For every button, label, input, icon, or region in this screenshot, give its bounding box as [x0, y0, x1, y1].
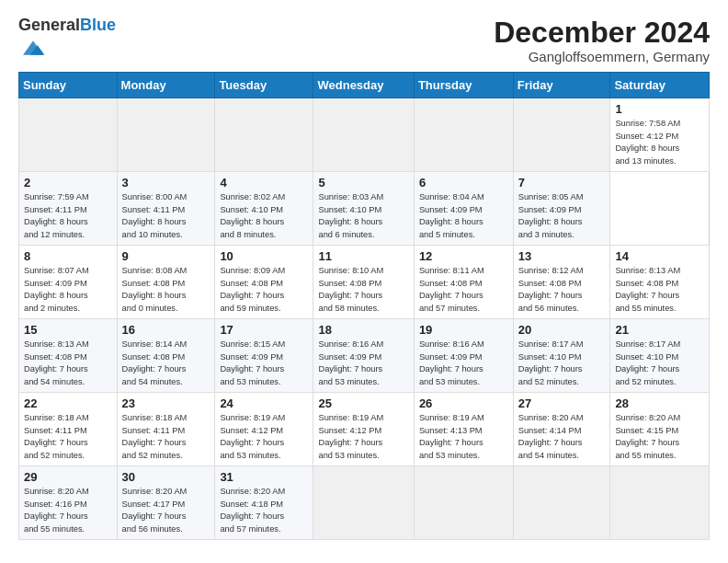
calendar-cell: 23Sunrise: 8:18 AM Sunset: 4:11 PM Dayli… — [117, 393, 215, 466]
calendar-cell: 21Sunrise: 8:17 AM Sunset: 4:10 PM Dayli… — [610, 319, 710, 393]
cell-info: Sunrise: 8:17 AM Sunset: 4:10 PM Dayligh… — [615, 339, 705, 388]
dow-monday: Monday — [117, 73, 215, 98]
calendar-cell: 26Sunrise: 8:19 AM Sunset: 4:13 PM Dayli… — [414, 393, 513, 466]
day-number: 9 — [122, 249, 211, 263]
cell-info: Sunrise: 8:07 AM Sunset: 4:09 PM Dayligh… — [24, 265, 113, 315]
calendar-week-4: 15Sunrise: 8:13 AM Sunset: 4:08 PM Dayli… — [19, 319, 710, 393]
cell-info: Sunrise: 8:17 AM Sunset: 4:10 PM Dayligh… — [518, 339, 607, 388]
cell-info: Sunrise: 8:18 AM Sunset: 4:11 PM Dayligh… — [122, 412, 211, 462]
calendar-cell: 7Sunrise: 8:05 AM Sunset: 4:09 PM Daylig… — [513, 172, 610, 246]
day-number: 8 — [24, 249, 113, 263]
day-number: 17 — [220, 323, 309, 337]
day-number: 29 — [24, 470, 113, 484]
cell-info: Sunrise: 8:20 AM Sunset: 4:17 PM Dayligh… — [122, 486, 211, 535]
day-number: 10 — [220, 249, 309, 263]
calendar-cell: 24Sunrise: 8:19 AM Sunset: 4:12 PM Dayli… — [215, 393, 313, 466]
calendar-cell: 22Sunrise: 8:18 AM Sunset: 4:11 PM Dayli… — [19, 393, 118, 466]
cell-info: Sunrise: 8:03 AM Sunset: 4:10 PM Dayligh… — [318, 191, 409, 241]
calendar-cell: 18Sunrise: 8:16 AM Sunset: 4:09 PM Dayli… — [313, 319, 414, 393]
dow-sunday: Sunday — [19, 73, 118, 98]
day-number: 30 — [122, 470, 211, 484]
cell-info: Sunrise: 8:12 AM Sunset: 4:08 PM Dayligh… — [518, 265, 607, 315]
cell-info: Sunrise: 8:19 AM Sunset: 4:12 PM Dayligh… — [318, 412, 409, 462]
logo: GeneralBlue — [18, 17, 116, 64]
day-number: 18 — [318, 323, 409, 337]
day-number: 28 — [615, 396, 705, 410]
calendar-cell: 8Sunrise: 8:07 AM Sunset: 4:09 PM Daylig… — [19, 246, 118, 319]
cell-info: Sunrise: 8:05 AM Sunset: 4:09 PM Dayligh… — [518, 191, 607, 241]
location-title: Gangloffsoemmern, Germany — [494, 49, 710, 64]
day-number: 25 — [318, 396, 409, 410]
calendar-cell: 12Sunrise: 8:11 AM Sunset: 4:08 PM Dayli… — [414, 246, 513, 319]
calendar-cell: 6Sunrise: 8:04 AM Sunset: 4:09 PM Daylig… — [414, 172, 513, 246]
calendar-cell — [513, 98, 610, 172]
calendar-table: SundayMondayTuesdayWednesdayThursdayFrid… — [18, 72, 710, 540]
day-number: 22 — [24, 396, 113, 410]
day-number: 27 — [518, 396, 607, 410]
cell-info: Sunrise: 8:20 AM Sunset: 4:18 PM Dayligh… — [220, 486, 309, 535]
header: GeneralBlue December 2024 Gangloffsoemme… — [18, 17, 710, 64]
calendar-cell: 28Sunrise: 8:20 AM Sunset: 4:15 PM Dayli… — [610, 393, 710, 466]
cell-info: Sunrise: 7:58 AM Sunset: 4:12 PM Dayligh… — [615, 118, 705, 167]
calendar-cell: 30Sunrise: 8:20 AM Sunset: 4:17 PM Dayli… — [117, 466, 215, 540]
cell-info: Sunrise: 8:14 AM Sunset: 4:08 PM Dayligh… — [122, 339, 211, 388]
cell-info: Sunrise: 8:02 AM Sunset: 4:10 PM Dayligh… — [220, 191, 309, 241]
calendar-cell: 20Sunrise: 8:17 AM Sunset: 4:10 PM Dayli… — [513, 319, 610, 393]
cell-info: Sunrise: 8:20 AM Sunset: 4:16 PM Dayligh… — [24, 486, 113, 535]
calendar-cell: 3Sunrise: 8:00 AM Sunset: 4:11 PM Daylig… — [117, 172, 215, 246]
calendar-week-5: 22Sunrise: 8:18 AM Sunset: 4:11 PM Dayli… — [19, 393, 710, 466]
cell-info: Sunrise: 8:10 AM Sunset: 4:08 PM Dayligh… — [318, 265, 409, 315]
day-number: 5 — [318, 176, 409, 190]
calendar-cell — [414, 98, 513, 172]
calendar-cell — [610, 466, 710, 540]
calendar-cell: 15Sunrise: 8:13 AM Sunset: 4:08 PM Dayli… — [19, 319, 118, 393]
cell-info: Sunrise: 7:59 AM Sunset: 4:11 PM Dayligh… — [24, 191, 113, 241]
calendar-cell: 10Sunrise: 8:09 AM Sunset: 4:08 PM Dayli… — [215, 246, 313, 319]
day-number: 11 — [318, 249, 409, 263]
dow-friday: Friday — [513, 73, 610, 98]
day-number: 24 — [220, 396, 309, 410]
day-number: 4 — [220, 176, 309, 190]
logo-icon — [20, 35, 46, 61]
day-number: 15 — [24, 323, 113, 337]
cell-info: Sunrise: 8:04 AM Sunset: 4:09 PM Dayligh… — [419, 191, 509, 241]
dow-wednesday: Wednesday — [313, 73, 414, 98]
calendar-cell — [215, 98, 313, 172]
day-number: 26 — [419, 396, 509, 410]
page: GeneralBlue December 2024 Gangloffsoemme… — [0, 0, 728, 563]
calendar-body: 1Sunrise: 7:58 AM Sunset: 4:12 PM Daylig… — [19, 98, 710, 540]
logo-text: GeneralBlue — [18, 17, 116, 35]
cell-info: Sunrise: 8:18 AM Sunset: 4:11 PM Dayligh… — [24, 412, 113, 462]
day-number: 31 — [220, 470, 309, 484]
calendar-week-6: 29Sunrise: 8:20 AM Sunset: 4:16 PM Dayli… — [19, 466, 710, 540]
dow-saturday: Saturday — [610, 73, 710, 98]
calendar-cell: 4Sunrise: 8:02 AM Sunset: 4:10 PM Daylig… — [215, 172, 313, 246]
day-number: 16 — [122, 323, 211, 337]
calendar-cell: 31Sunrise: 8:20 AM Sunset: 4:18 PM Dayli… — [215, 466, 313, 540]
calendar-cell: 2Sunrise: 7:59 AM Sunset: 4:11 PM Daylig… — [19, 172, 118, 246]
calendar-cell: 27Sunrise: 8:20 AM Sunset: 4:14 PM Dayli… — [513, 393, 610, 466]
cell-info: Sunrise: 8:20 AM Sunset: 4:14 PM Dayligh… — [518, 412, 607, 462]
calendar-cell: 14Sunrise: 8:13 AM Sunset: 4:08 PM Dayli… — [610, 246, 710, 319]
calendar-cell — [414, 466, 513, 540]
day-number: 14 — [615, 249, 705, 263]
calendar-cell: 1Sunrise: 7:58 AM Sunset: 4:12 PM Daylig… — [610, 98, 710, 172]
day-number: 13 — [518, 249, 607, 263]
title-block: December 2024 Gangloffsoemmern, Germany — [494, 17, 710, 64]
calendar-cell: 5Sunrise: 8:03 AM Sunset: 4:10 PM Daylig… — [313, 172, 414, 246]
day-number: 7 — [518, 176, 607, 190]
cell-info: Sunrise: 8:09 AM Sunset: 4:08 PM Dayligh… — [220, 265, 309, 315]
calendar-week-1: 1Sunrise: 7:58 AM Sunset: 4:12 PM Daylig… — [19, 98, 710, 172]
day-of-week-header-row: SundayMondayTuesdayWednesdayThursdayFrid… — [19, 73, 710, 98]
cell-info: Sunrise: 8:15 AM Sunset: 4:09 PM Dayligh… — [220, 339, 309, 388]
logo-general: General — [18, 16, 80, 34]
day-number: 21 — [615, 323, 705, 337]
day-number: 1 — [615, 102, 705, 116]
calendar-cell: 16Sunrise: 8:14 AM Sunset: 4:08 PM Dayli… — [117, 319, 215, 393]
calendar-cell: 17Sunrise: 8:15 AM Sunset: 4:09 PM Dayli… — [215, 319, 313, 393]
cell-info: Sunrise: 8:13 AM Sunset: 4:08 PM Dayligh… — [615, 265, 705, 315]
day-number: 23 — [122, 396, 211, 410]
cell-info: Sunrise: 8:00 AM Sunset: 4:11 PM Dayligh… — [122, 191, 211, 241]
calendar-cell — [313, 466, 414, 540]
calendar-cell: 11Sunrise: 8:10 AM Sunset: 4:08 PM Dayli… — [313, 246, 414, 319]
